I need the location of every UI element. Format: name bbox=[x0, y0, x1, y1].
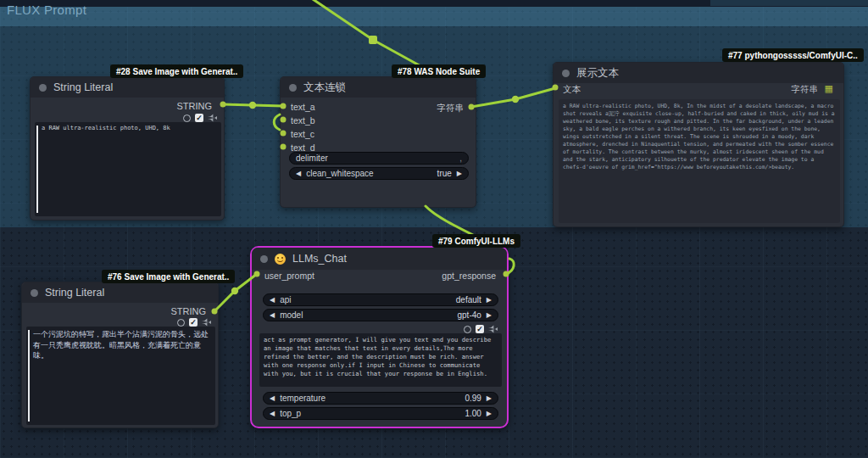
node-graph-canvas[interactable]: FLUX Prompt bbox=[0, 0, 868, 458]
radio-icon[interactable] bbox=[177, 319, 185, 327]
output-label: 字符串 bbox=[437, 103, 465, 114]
badge-node-28[interactable]: #28 Save Image with Generat.. bbox=[110, 64, 243, 78]
widget-label: top_p bbox=[280, 409, 301, 418]
node-title: String Literal bbox=[45, 287, 104, 299]
collapse-dot-icon[interactable] bbox=[562, 70, 570, 77]
top-right-group-edge bbox=[710, 0, 868, 6]
widget-top-p[interactable]: ◀ top_p 1.00 ▶ bbox=[263, 407, 498, 420]
arrow-left-icon[interactable]: ◀ bbox=[270, 411, 275, 417]
widget-api[interactable]: ◀ api default ▶ bbox=[263, 293, 498, 306]
badge-node-79[interactable]: #79 ComfyUI-LLMs bbox=[432, 234, 520, 248]
badge-node-77[interactable]: #77 pythongosssss/ComfyUI-C.. bbox=[722, 48, 864, 62]
collapse-dot-icon[interactable] bbox=[39, 84, 47, 92]
arrow-left-icon[interactable]: ◀ bbox=[270, 312, 275, 319]
node-header[interactable]: 展示文本 bbox=[554, 63, 843, 83]
widget-mini-icons: ✓ bbox=[177, 318, 211, 327]
wire-midpoint-dot bbox=[231, 288, 238, 294]
node-string-literal-28[interactable]: String Literal STRING ✓ a RAW ultra-real… bbox=[30, 76, 225, 221]
smiley-emoji-icon bbox=[275, 254, 286, 265]
input-label-user-prompt: user_prompt bbox=[264, 271, 314, 281]
input-label-text-a: text_a bbox=[291, 102, 315, 112]
widget-label: temperature bbox=[280, 394, 326, 403]
node-llms-chat-79[interactable]: LLMs_Chat user_prompt gpt_response ◀ api… bbox=[250, 246, 509, 428]
node-header[interactable]: String Literal bbox=[22, 282, 218, 303]
show-text-value: a RAW ultra-realistic photo, UHD, 8k, In… bbox=[563, 103, 835, 170]
input-label-text-c: text_c bbox=[291, 129, 314, 139]
show-text-widget[interactable]: a RAW ultra-realistic photo, UHD, 8k, In… bbox=[559, 99, 840, 223]
string-text-value: a RAW ultra-realistic photo, UHD, 8k bbox=[42, 125, 170, 131]
widget-label: clean_whitespace bbox=[306, 169, 374, 178]
node-show-text-77[interactable]: 展示文本 文本 字符串 ▦ a RAW ultra-realistic phot… bbox=[553, 62, 844, 227]
string-text-widget[interactable]: a RAW ultra-realistic photo, UHD, 8k bbox=[35, 122, 221, 216]
collapse-dot-icon[interactable] bbox=[260, 255, 268, 263]
output-label-string: STRING bbox=[176, 101, 212, 111]
badge-node-76[interactable]: #76 Save Image with Generat.. bbox=[102, 270, 235, 283]
output-label-string: STRING bbox=[170, 306, 206, 316]
node-title: LLMs_Chat bbox=[292, 253, 347, 265]
widget-value: gpt-4o bbox=[457, 310, 481, 320]
string-text-widget[interactable]: 一个污泥坑的特写，露出半个沾满污泥的骨头，远处有一只秃鹰虎视眈眈。暗黑风格，充满… bbox=[26, 327, 215, 425]
widget-delimiter[interactable]: delimiter , bbox=[289, 152, 469, 165]
widget-value: default bbox=[456, 295, 481, 304]
speaker-icon[interactable] bbox=[208, 114, 217, 122]
radio-icon[interactable] bbox=[183, 114, 191, 122]
widget-value: true bbox=[437, 169, 452, 178]
string-text-value: 一个污泥坑的特写，露出半个沾满污泥的骨头，远处有一只秃鹰虎视眈眈。暗黑风格，充满… bbox=[33, 330, 209, 360]
widget-mini-icons: ✓ bbox=[464, 325, 498, 333]
grid-view-icon[interactable]: ▦ bbox=[825, 83, 833, 94]
widget-label: api bbox=[280, 295, 291, 304]
node-string-literal-76[interactable]: String Literal STRING ✓ 一个污泥坑的特写，露出半个沾满污… bbox=[21, 282, 219, 428]
widget-mini-icons: ✓ bbox=[183, 114, 217, 122]
widget-value: , bbox=[459, 154, 462, 163]
node-title: 文本连锁 bbox=[303, 81, 346, 95]
arrow-right-icon[interactable]: ▶ bbox=[487, 312, 492, 319]
radio-icon[interactable] bbox=[464, 326, 471, 333]
widget-label: model bbox=[280, 310, 303, 320]
widget-value: 0.99 bbox=[465, 394, 481, 403]
node-title: String Literal bbox=[53, 81, 113, 93]
output-label: 字符串 bbox=[792, 84, 819, 96]
node-title: 展示文本 bbox=[576, 66, 619, 81]
checkbox-checked-icon[interactable]: ✓ bbox=[476, 325, 484, 333]
arrow-right-icon[interactable]: ▶ bbox=[487, 395, 492, 402]
node-header[interactable]: LLMs_Chat bbox=[252, 248, 507, 270]
badge-node-78[interactable]: #78 WAS Node Suite bbox=[392, 64, 486, 78]
arrow-right-icon[interactable]: ▶ bbox=[487, 411, 492, 417]
group-title[interactable]: FLUX Prompt bbox=[7, 3, 86, 17]
widget-model[interactable]: ◀ model gpt-4o ▶ bbox=[263, 309, 498, 321]
arrow-left-icon[interactable]: ◀ bbox=[270, 395, 275, 402]
speaker-icon[interactable] bbox=[202, 318, 211, 327]
arrow-left-icon[interactable]: ◀ bbox=[296, 170, 301, 177]
arrow-right-icon[interactable]: ▶ bbox=[487, 297, 492, 304]
widget-temperature[interactable]: ◀ temperature 0.99 ▶ bbox=[263, 392, 498, 405]
collapse-dot-icon[interactable] bbox=[289, 84, 297, 92]
checkbox-checked-icon[interactable]: ✓ bbox=[195, 114, 203, 122]
node-text-concatenate-78[interactable]: 文本连锁 text_a text_b text_c text_d 字符串 del… bbox=[280, 76, 476, 208]
arrow-right-icon[interactable]: ▶ bbox=[457, 170, 462, 177]
checkbox-checked-icon[interactable]: ✓ bbox=[189, 318, 198, 327]
input-label-text: 文本 bbox=[563, 84, 581, 96]
arrow-left-icon[interactable]: ◀ bbox=[270, 297, 275, 304]
system-prompt-widget[interactable]: act as prompt generator, I will give you… bbox=[259, 333, 502, 387]
node-header[interactable]: String Literal bbox=[31, 77, 224, 98]
speaker-icon[interactable] bbox=[488, 325, 498, 333]
widget-value: 1.00 bbox=[465, 409, 481, 418]
output-label-gpt-response: gpt_response bbox=[442, 271, 496, 281]
widget-clean-whitespace[interactable]: ◀ clean_whitespace true ▶ bbox=[289, 167, 469, 180]
collapse-dot-icon[interactable] bbox=[31, 289, 38, 297]
widget-label: delimiter bbox=[296, 154, 328, 163]
system-prompt-value: act as prompt generator, I will give you… bbox=[264, 336, 491, 377]
node-header[interactable]: 文本连锁 bbox=[281, 77, 476, 98]
input-label-text-b: text_b bbox=[291, 115, 315, 126]
group-titlebar[interactable] bbox=[0, 7, 868, 26]
